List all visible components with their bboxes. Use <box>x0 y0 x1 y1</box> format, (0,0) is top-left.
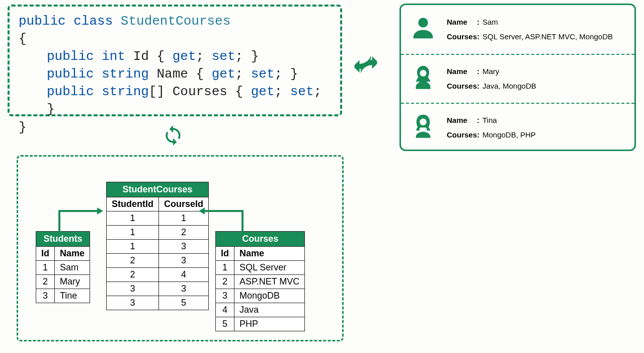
field-value: MongoDB, PHP <box>482 130 536 139</box>
classname: StudentCourses <box>121 14 230 29</box>
cell: 2 <box>216 275 234 289</box>
table-courses: Courses Id Name 1SQL Server 2ASP.NET MVC… <box>215 231 305 331</box>
code-line-1: public class StudentCourses <box>19 13 331 30</box>
kw: string <box>102 84 149 99</box>
kw: set <box>212 49 235 64</box>
keyword-public: public <box>19 14 66 29</box>
table-row: 12 <box>107 226 209 240</box>
document-fields: Name:Mary Courses:Java, MongoDB <box>447 64 536 93</box>
sync-icon <box>351 49 381 82</box>
table-row: 23 <box>107 254 209 268</box>
cell: 1 <box>36 261 55 275</box>
table-row: 2ASP.NET MVC <box>216 275 305 289</box>
cell: 2 <box>36 275 55 289</box>
documents-panel: Name:Sam Courses:SQL Server, ASP.NET MVC… <box>399 4 636 151</box>
person-female-icon <box>409 63 438 95</box>
table-row: 3MongoDB <box>216 289 305 303</box>
field-label-courses: Courses <box>447 128 477 143</box>
code-box: public class StudentCourses { public int… <box>8 5 342 116</box>
prop-name: Id <box>133 49 149 64</box>
kw: get <box>173 49 196 64</box>
code-line-4: public string[] Courses { get; set; } <box>19 83 331 118</box>
table-row: 5PHP <box>216 317 305 331</box>
field-label-name: Name <box>447 113 477 128</box>
cell: 3 <box>159 282 209 296</box>
cell: 3 <box>159 254 209 268</box>
kw: public <box>47 66 94 82</box>
kw: int <box>102 49 125 64</box>
table-studentcourses: StudentCourses StudentId CourseId 11 12 … <box>106 182 209 310</box>
cell: 5 <box>159 296 209 310</box>
document-fields: Name:Tina Courses:MongoDB, PHP <box>447 113 536 142</box>
cell: MongoDB <box>234 289 305 303</box>
tables-panel: Students Id Name 1Sam 2Mary 3Tine Studen… <box>17 155 344 341</box>
code-line-3: public string Name { get; set; } <box>19 65 331 83</box>
cell: 3 <box>107 282 159 296</box>
table-header: Id <box>36 247 55 261</box>
table-row: 24 <box>107 268 209 282</box>
relation-arrow-icon <box>196 207 245 244</box>
table-title: StudentCourses <box>107 182 209 197</box>
field-value: Tina <box>482 116 497 124</box>
table-header: Id <box>216 247 234 261</box>
document-fields: Name:Sam Courses:SQL Server, ASP.NET MVC… <box>447 15 613 44</box>
kw: get <box>251 84 275 99</box>
code-lbrace: { <box>19 30 331 48</box>
cell: SQL Server <box>234 261 305 275</box>
cell: 1 <box>107 240 159 254</box>
field-label-courses: Courses <box>447 30 477 44</box>
document-item: Name:Tina Courses:MongoDB, PHP <box>401 103 634 151</box>
cell: 4 <box>216 303 234 317</box>
field-value: Mary <box>482 67 499 76</box>
field-value: SQL Server, ASP.NET MVC, MongoDB <box>482 32 613 41</box>
field-value: Java, MongoDB <box>482 82 536 90</box>
table-row: 13 <box>107 240 209 254</box>
relation-arrow-icon <box>57 207 106 244</box>
field-label-name: Name <box>447 15 477 30</box>
cell: 2 <box>107 254 159 268</box>
brackets: [] <box>149 84 165 99</box>
sync-icon <box>162 124 184 149</box>
cell: ASP.NET MVC <box>234 275 305 289</box>
cell: 1 <box>216 261 234 275</box>
prop-name: Courses <box>173 84 227 99</box>
kw: set <box>251 66 275 82</box>
kw: set <box>290 84 314 99</box>
document-item: Name:Sam Courses:SQL Server, ASP.NET MVC… <box>401 5 634 54</box>
svg-point-2 <box>420 118 427 125</box>
cell: Tine <box>55 289 90 303</box>
cell: 2 <box>107 268 159 282</box>
table-row: 35 <box>107 296 209 310</box>
field-label-courses: Courses <box>447 79 477 94</box>
table-row: 4Java <box>216 303 305 317</box>
field-label-name: Name <box>447 64 477 79</box>
svg-point-1 <box>420 69 426 76</box>
kw: get <box>212 66 235 82</box>
keyword-class: class <box>73 14 113 29</box>
table-header: StudentId <box>107 197 159 211</box>
table-row: 2Mary <box>36 275 90 289</box>
svg-point-0 <box>418 18 428 27</box>
cell: Java <box>234 303 305 317</box>
document-item: Name:Mary Courses:Java, MongoDB <box>401 54 634 103</box>
cell: 4 <box>159 268 209 282</box>
cell: Sam <box>55 261 90 275</box>
cell: 3 <box>36 289 55 303</box>
code-line-2: public int Id { get; set; } <box>19 48 331 65</box>
kw: string <box>102 66 149 82</box>
cell: 3 <box>107 296 159 310</box>
table-row: 3Tine <box>36 289 90 303</box>
table-header: Name <box>55 247 90 261</box>
table-row: 1Sam <box>36 261 90 275</box>
table-header: Name <box>234 247 305 261</box>
cell: 1 <box>107 226 159 240</box>
table-row: 1SQL Server <box>216 261 305 275</box>
field-value: Sam <box>482 18 498 26</box>
cell: Mary <box>55 275 90 289</box>
person-female-icon <box>409 112 438 144</box>
cell: PHP <box>234 317 305 331</box>
table-row: 33 <box>107 282 209 296</box>
kw: public <box>47 84 94 99</box>
cell: 1 <box>107 211 159 226</box>
cell: 3 <box>216 289 234 303</box>
